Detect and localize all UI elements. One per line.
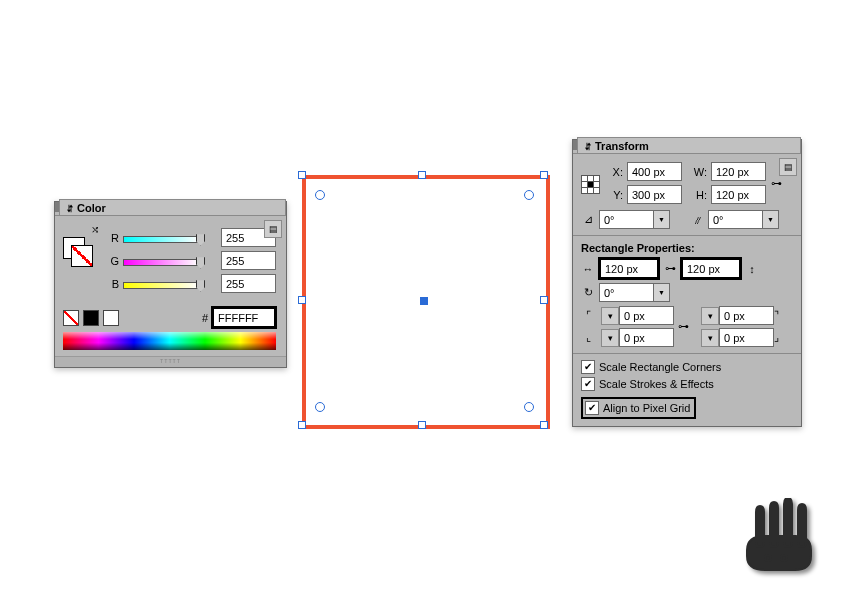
constrain-wh-icon[interactable]: ⊶ [769,176,783,190]
selection-handle[interactable] [418,421,426,429]
corner-widget[interactable] [315,190,325,200]
color-panel: ◂◂ × Color ▤ ⤭ R 255 [54,201,287,368]
scale-strokes-label: Scale Strokes & Effects [599,378,714,390]
w-label: W: [685,166,707,178]
selection-handle[interactable] [540,421,548,429]
corner-br-icon: ⌟ [769,331,783,345]
link-corners-icon[interactable]: ⊶ [676,320,690,334]
rect-props-heading: Rectangle Properties: [581,242,791,254]
align-pixel-grid-checkbox[interactable]: ✔ Align to Pixel Grid [581,397,696,419]
rotate-icon: ⊿ [581,213,595,227]
rect-rotate-input[interactable]: 0° [599,283,654,302]
transform-panel: ◂◂ × Transform ▤ X: 400 px W: 120 px ⊶ Y… [572,139,802,427]
scale-corners-label: Scale Rectangle Corners [599,361,721,373]
h-label: H: [685,189,707,201]
corner-type-tl[interactable]: ▾ [601,307,619,325]
w-input[interactable]: 120 px [711,162,766,181]
y-input[interactable]: 300 px [627,185,682,204]
corner-type-tr[interactable]: ▾ [701,307,719,325]
tab-label: Transform [595,140,649,152]
panel-resize-grip[interactable]: ттттт [55,356,286,367]
corner-widget[interactable] [524,402,534,412]
x-input[interactable]: 400 px [627,162,682,181]
rect-width-input[interactable]: 120 px [599,258,659,279]
white-swatch[interactable] [103,310,119,326]
shear-icon: ⫽ [690,213,704,227]
selection-handle-center[interactable] [420,297,428,305]
selection-handle[interactable] [298,296,306,304]
tab-label: Color [77,202,106,214]
corner-bl-icon: ⌞ [581,331,595,345]
shear-dropdown-arrow[interactable]: ▼ [763,210,779,229]
svg-point-1 [781,555,787,561]
corner-type-br[interactable]: ▾ [701,329,719,347]
corner-br-input[interactable]: 0 px [719,328,774,347]
h-input[interactable]: 120 px [711,185,766,204]
watermark-logo [732,498,822,580]
reference-point-selector[interactable] [581,175,603,192]
hex-prefix: # [202,312,208,324]
b-slider[interactable] [123,279,217,289]
selection-handle[interactable] [418,171,426,179]
color-panel-body: ▤ ⤭ R 255 G [55,215,286,356]
black-swatch[interactable] [83,310,99,326]
rotate-dropdown-arrow[interactable]: ▼ [654,210,670,229]
corner-tl-icon: ⌜ [581,309,595,323]
constrain-rect-wh-icon[interactable]: ⊶ [663,262,677,276]
expand-icon [584,140,592,152]
svg-point-0 [765,555,771,561]
none-swatch[interactable] [63,310,79,326]
r-channel-row: R 255 [105,228,276,247]
g-slider[interactable] [123,256,217,266]
corner-tr-input[interactable]: 0 px [719,306,774,325]
g-channel-row: G 255 [105,251,276,270]
rect-height-icon: ↕ [745,262,759,276]
expand-icon [66,202,74,214]
x-label: X: [607,166,623,178]
swap-fill-stroke-icon[interactable]: ⤭ [63,224,99,235]
r-label: R [105,232,119,244]
fill-stroke-swatch[interactable] [63,237,93,267]
color-spectrum[interactable] [63,332,276,350]
selection-handle[interactable] [298,421,306,429]
corner-widget[interactable] [524,190,534,200]
corner-type-bl[interactable]: ▾ [601,329,619,347]
rect-rotate-dropdown-arrow[interactable]: ▼ [654,283,670,302]
b-value-input[interactable]: 255 [221,274,276,293]
panel-menu-icon[interactable]: ▤ [779,158,797,176]
y-label: Y: [607,189,623,201]
r-slider[interactable] [123,233,217,243]
scale-strokes-checkbox[interactable]: ✔ Scale Strokes & Effects [581,377,791,391]
hex-input[interactable]: FFFFFF [212,307,276,328]
shear-input[interactable]: 0° [708,210,763,229]
transform-tab[interactable]: Transform [577,137,801,154]
align-pixel-grid-label: Align to Pixel Grid [603,402,690,414]
corner-tr-icon: ⌝ [769,309,783,323]
g-value-input[interactable]: 255 [221,251,276,270]
corner-tl-input[interactable]: 0 px [619,306,674,325]
b-label: B [105,278,119,290]
rect-width-icon: ↔ [581,262,595,276]
g-label: G [105,255,119,267]
panel-menu-icon[interactable]: ▤ [264,220,282,238]
selection-handle[interactable] [540,171,548,179]
transform-panel-body: ▤ X: 400 px W: 120 px ⊶ Y: 300 px H: 120… [573,153,801,426]
selection-handle[interactable] [540,296,548,304]
b-channel-row: B 255 [105,274,276,293]
corner-bl-input[interactable]: 0 px [619,328,674,347]
scale-corners-checkbox[interactable]: ✔ Scale Rectangle Corners [581,360,791,374]
rotate-input[interactable]: 0° [599,210,654,229]
selection-handle[interactable] [298,171,306,179]
color-tab[interactable]: Color [59,199,286,216]
corner-widget[interactable] [315,402,325,412]
rect-rotate-icon: ↻ [581,286,595,300]
rect-height-input[interactable]: 120 px [681,258,741,279]
